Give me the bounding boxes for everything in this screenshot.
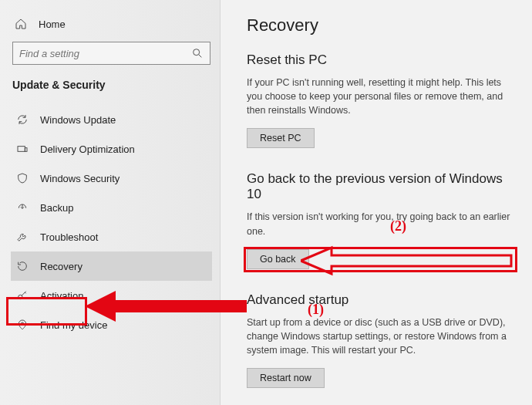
sidebar-item-label: Windows Security	[40, 173, 120, 184]
home-icon	[14, 17, 28, 31]
backup-icon	[15, 201, 29, 214]
sync-icon	[15, 113, 29, 127]
sidebar-item-windows-security[interactable]: Windows Security	[11, 164, 212, 193]
shield-icon	[15, 171, 29, 185]
go-back-section: Go back to the previous version of Windo…	[247, 171, 515, 268]
advanced-startup-heading: Advanced startup	[247, 292, 515, 308]
reset-pc-desc: If your PC isn't running well, resetting…	[247, 76, 515, 117]
content-pane: Recovery Reset this PC If your PC isn't …	[220, 0, 532, 405]
delivery-icon	[15, 142, 29, 156]
reset-pc-button[interactable]: Reset PC	[247, 128, 315, 148]
svg-line-1	[199, 55, 201, 57]
home-nav[interactable]: Home	[11, 14, 212, 40]
search-input-container[interactable]	[12, 42, 210, 65]
go-back-heading: Go back to the previous version of Windo…	[247, 171, 515, 202]
advanced-startup-section: Advanced startup Start up from a device …	[247, 292, 515, 388]
sidebar-item-label: Troubleshoot	[40, 231, 98, 243]
sidebar-item-troubleshoot[interactable]: Troubleshoot	[11, 222, 212, 251]
sidebar-item-delivery-optimization[interactable]: Delivery Optimization	[11, 134, 212, 164]
go-back-desc: If this version isn't working for you, t…	[247, 210, 515, 238]
wrench-icon	[15, 230, 29, 244]
sidebar-item-label: Find my device	[40, 319, 107, 331]
sidebar-nav: Windows Update Delivery Optimization Win…	[11, 105, 212, 339]
sidebar-section-title: Update & Security	[11, 77, 212, 99]
sidebar-item-windows-update[interactable]: Windows Update	[11, 105, 212, 134]
sidebar-item-label: Backup	[40, 202, 73, 214]
go-back-button[interactable]: Go back	[247, 249, 309, 269]
svg-point-5	[21, 322, 23, 325]
sidebar-item-backup[interactable]: Backup	[11, 193, 212, 222]
reset-pc-heading: Reset this PC	[247, 52, 515, 68]
sidebar-item-label: Windows Update	[40, 114, 116, 126]
sidebar-item-label: Delivery Optimization	[40, 143, 135, 155]
advanced-startup-desc: Start up from a device or disc (such as …	[247, 316, 515, 357]
sidebar-item-activation[interactable]: Activation	[11, 281, 212, 310]
sidebar-item-recovery[interactable]: Recovery	[11, 251, 212, 281]
reset-pc-section: Reset this PC If your PC isn't running w…	[247, 52, 515, 148]
svg-rect-2	[18, 147, 25, 152]
location-icon	[15, 318, 29, 332]
sidebar-item-find-my-device[interactable]: Find my device	[11, 310, 212, 339]
svg-point-0	[193, 49, 199, 56]
home-label: Home	[39, 19, 66, 30]
svg-rect-3	[25, 148, 27, 152]
key-icon	[15, 289, 29, 302]
sidebar-item-label: Recovery	[40, 261, 82, 272]
sidebar-item-label: Activation	[40, 290, 83, 302]
search-icon	[190, 46, 204, 60]
recovery-icon	[15, 259, 29, 273]
page-title: Recovery	[247, 15, 515, 35]
search-input[interactable]	[19, 48, 190, 59]
restart-now-button[interactable]: Restart now	[247, 368, 325, 388]
svg-point-4	[19, 295, 22, 299]
settings-sidebar: Home Update & Security Windows Update De…	[0, 0, 220, 405]
